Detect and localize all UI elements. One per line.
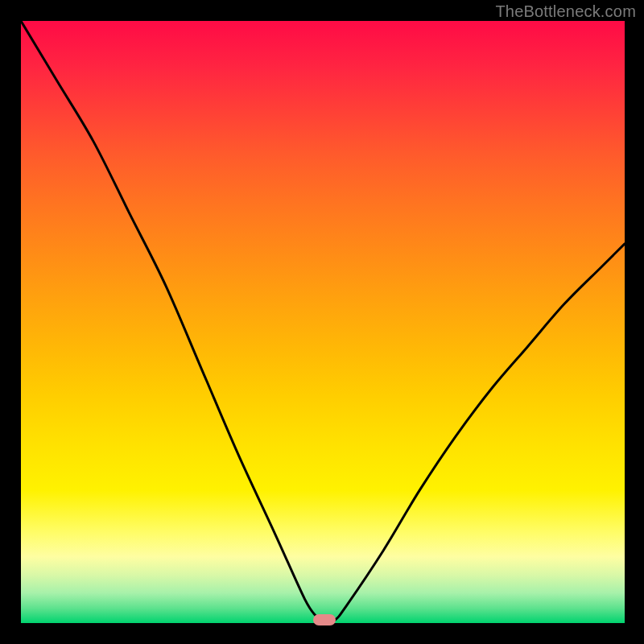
plot-area	[21, 21, 625, 623]
attribution-label: TheBottleneck.com	[495, 2, 636, 21]
optimal-point-marker	[313, 614, 336, 625]
bottleneck-curve	[21, 21, 625, 623]
curve-path	[21, 21, 625, 623]
chart-stage: TheBottleneck.com	[0, 0, 644, 644]
